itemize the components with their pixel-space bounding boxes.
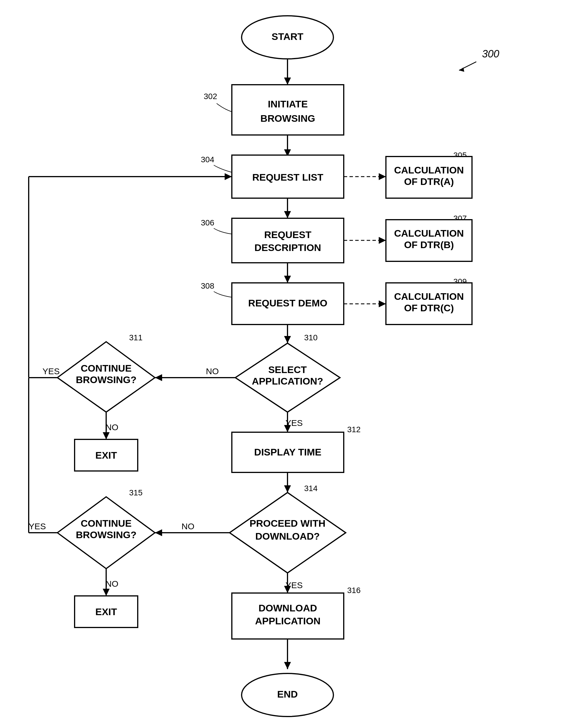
end-label: END (277, 689, 298, 700)
proceed-no-label: NO (182, 521, 195, 531)
svg-marker-17 (284, 336, 291, 343)
continue-browsing-2-label1: CONTINUE (80, 518, 132, 529)
select-application-label2: APPLICATION? (252, 376, 324, 386)
ref-308: 308 (201, 281, 214, 290)
download-application-label1: DOWNLOAD (259, 602, 317, 613)
continue-browsing-1-no-label: NO (106, 422, 119, 432)
ref-315: 315 (129, 488, 143, 497)
svg-marker-39 (284, 662, 291, 669)
svg-marker-19 (155, 374, 162, 381)
continue-browsing-1-label2: BROWSING? (76, 374, 137, 385)
continue-browsing-1-yes-label: YES (42, 367, 60, 376)
exit-1-label: EXIT (95, 450, 117, 461)
svg-marker-27 (103, 432, 110, 439)
svg-marker-37 (103, 589, 110, 596)
request-list-label: REQUEST LIST (252, 172, 324, 183)
proceed-download-label2: DOWNLOAD? (256, 531, 320, 542)
select-application-label1: SELECT (268, 364, 307, 375)
continue-browsing-2-yes-label: YES (29, 521, 46, 531)
ref-310: 310 (304, 333, 317, 342)
svg-marker-15 (379, 300, 386, 307)
ref-302: 302 (204, 92, 217, 101)
svg-marker-31 (155, 529, 162, 536)
calc-dtr-a-label1: CALCULATION (394, 164, 464, 176)
calc-dtr-b-label1: CALCULATION (394, 228, 464, 239)
initiate-browsing-node (232, 85, 344, 135)
ref-316: 316 (347, 586, 361, 595)
svg-marker-9 (284, 211, 291, 218)
calc-dtr-b-label2: OF DTR(B) (404, 239, 454, 250)
svg-marker-29 (284, 485, 291, 493)
request-description-label2: DESCRIPTION (255, 242, 321, 253)
calc-dtr-c-label1: CALCULATION (394, 291, 464, 302)
proceed-yes-label: YES (285, 580, 303, 590)
ref-304: 304 (201, 155, 214, 164)
display-time-label: DISPLAY TIME (254, 447, 322, 457)
ref-311: 311 (129, 333, 143, 342)
svg-marker-13 (284, 276, 291, 283)
svg-marker-11 (379, 237, 386, 244)
diagram-ref: 300 (482, 48, 499, 60)
request-description-label1: REQUEST (264, 229, 312, 240)
request-demo-label: REQUEST DEMO (248, 297, 327, 309)
continue-browsing-2-no-label: NO (106, 579, 119, 589)
request-description-node (232, 218, 344, 263)
calc-dtr-c-label2: OF DTR(C) (404, 303, 454, 313)
start-label: START (272, 31, 304, 42)
svg-marker-25 (225, 173, 232, 180)
ref-306: 306 (201, 218, 214, 227)
ref-314: 314 (304, 484, 317, 493)
select-app-no-label: NO (206, 367, 219, 376)
svg-marker-3 (284, 77, 291, 85)
exit-2-label: EXIT (95, 606, 117, 617)
flowchart-diagram: 300 START 302 INITIATE BROWSING 304 REQU… (0, 0, 575, 728)
proceed-download-label1: PROCEED WITH (249, 518, 326, 529)
ref-312: 312 (347, 425, 361, 434)
initiate-browsing-label2: BROWSING (261, 113, 315, 124)
select-app-yes-label: YES (285, 418, 303, 428)
calc-dtr-a-label2: OF DTR(A) (404, 176, 454, 187)
download-application-label2: APPLICATION (255, 615, 320, 626)
continue-browsing-2-label2: BROWSING? (76, 529, 137, 540)
svg-marker-7 (379, 173, 386, 180)
initiate-browsing-label: INITIATE (268, 98, 308, 109)
continue-browsing-1-label1: CONTINUE (80, 363, 132, 374)
